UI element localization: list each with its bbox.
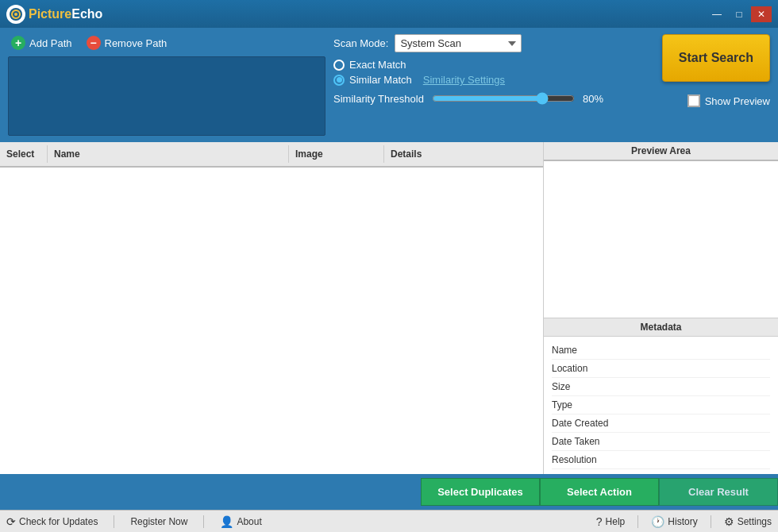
remove-path-button[interactable]: − Remove Path [83, 34, 171, 52]
status-bar: ⟳ Check for Updates Register Now 👤 About… [0, 510, 778, 532]
settings-label: Settings [738, 516, 772, 527]
preview-area-header: Preview Area [544, 142, 778, 161]
content-area: Select Name Image Details Preview Area M… [0, 142, 778, 474]
exact-match-radio[interactable] [333, 60, 345, 71]
logo-icon [6, 5, 25, 24]
svg-point-2 [14, 13, 17, 16]
add-path-button[interactable]: + Add Path [8, 34, 75, 52]
similar-match-radio[interactable] [333, 75, 345, 86]
title-controls: — □ ✕ [707, 6, 772, 22]
preview-image-area [544, 161, 778, 318]
select-action-button[interactable]: Select Action [540, 478, 659, 506]
register-item[interactable]: Register Now [130, 516, 187, 527]
about-label: About [237, 516, 261, 527]
remove-icon: − [87, 36, 101, 50]
paths-section: + Add Path − Remove Path [8, 34, 325, 136]
exact-match-label: Exact Match [349, 59, 406, 71]
close-button[interactable]: ✕ [751, 6, 772, 22]
history-label: History [668, 516, 697, 527]
similar-match-row: Similar Match Similarity Settings [333, 74, 654, 86]
register-label: Register Now [130, 516, 187, 527]
col-header-select: Select [0, 145, 48, 163]
results-pane: Select Name Image Details [0, 142, 544, 474]
metadata-section: Metadata Name Location Size Type Date Cr… [544, 318, 778, 475]
paths-toolbar: + Add Path − Remove Path [8, 34, 325, 52]
status-right: ? Help 🕐 History ⚙ Settings [596, 515, 772, 528]
settings-item[interactable]: ⚙ Settings [724, 515, 772, 528]
maximize-button[interactable]: □ [729, 6, 749, 22]
threshold-label: Similarity Threshold [333, 93, 424, 105]
preview-pane: Preview Area Metadata Name Location Size… [544, 142, 778, 474]
scan-section: Scan Mode: System Scan Folder Scan Custo… [333, 34, 654, 105]
divider-2 [203, 515, 204, 528]
similarity-settings-link[interactable]: Similarity Settings [423, 74, 505, 86]
results-body [0, 168, 543, 474]
about-icon: 👤 [220, 515, 233, 528]
help-icon: ? [596, 515, 603, 528]
paths-list [8, 56, 325, 136]
title-bar: PictureEcho — □ ✕ [0, 0, 778, 28]
metadata-date-created: Date Created [552, 414, 770, 433]
show-preview-label: Show Preview [705, 95, 770, 107]
history-icon: 🕐 [651, 515, 664, 528]
threshold-row: Similarity Threshold 80% [333, 92, 654, 105]
results-header: Select Name Image Details [0, 142, 543, 168]
metadata-header: Metadata [544, 318, 778, 337]
check-updates-icon: ⟳ [6, 515, 16, 528]
app-logo: PictureEcho [6, 5, 102, 24]
similar-match-label: Similar Match [349, 74, 412, 86]
clear-result-button[interactable]: Clear Result [659, 478, 778, 506]
metadata-items: Name Location Size Type Date Created Dat… [544, 337, 778, 474]
match-options: Exact Match Similar Match Similarity Set… [333, 59, 654, 86]
divider-4 [711, 515, 711, 528]
threshold-value: 80% [583, 93, 603, 105]
exact-match-row: Exact Match [333, 59, 654, 71]
metadata-name: Name [552, 341, 770, 360]
start-search-button[interactable]: Start Search [662, 34, 770, 82]
col-header-details: Details [384, 145, 543, 163]
about-item[interactable]: 👤 About [220, 515, 261, 528]
threshold-slider[interactable] [432, 92, 575, 105]
metadata-size: Size [552, 378, 770, 396]
right-actions: Start Search Show Preview [662, 34, 770, 107]
show-preview-row: Show Preview [687, 94, 770, 107]
title-bar-left: PictureEcho [6, 5, 102, 24]
divider-1 [114, 515, 114, 528]
help-item[interactable]: ? Help [596, 515, 625, 528]
help-label: Help [606, 516, 626, 527]
settings-icon: ⚙ [724, 515, 734, 528]
show-preview-checkbox[interactable] [687, 94, 700, 107]
app-title: PictureEcho [29, 7, 102, 21]
metadata-location: Location [552, 360, 770, 378]
col-header-name: Name [48, 145, 289, 163]
check-updates-item[interactable]: ⟳ Check for Updates [6, 515, 98, 528]
check-updates-label: Check for Updates [19, 516, 98, 527]
metadata-resolution: Resolution [552, 451, 770, 469]
metadata-date-taken: Date Taken [552, 433, 770, 451]
select-duplicates-button[interactable]: Select Duplicates [421, 478, 540, 506]
top-panel: + Add Path − Remove Path Scan Mode: Syst… [0, 28, 778, 142]
app-body: + Add Path − Remove Path Scan Mode: Syst… [0, 28, 778, 510]
divider-3 [637, 515, 638, 528]
scan-mode-label: Scan Mode: [333, 37, 388, 49]
history-item[interactable]: 🕐 History [651, 515, 697, 528]
minimize-button[interactable]: — [707, 6, 727, 22]
metadata-type: Type [552, 396, 770, 414]
col-header-image: Image [289, 145, 384, 163]
scan-mode-select[interactable]: System Scan Folder Scan Custom Scan [395, 34, 522, 52]
action-bar: Select Duplicates Select Action Clear Re… [0, 474, 778, 510]
add-icon: + [11, 36, 25, 50]
scan-mode-row: Scan Mode: System Scan Folder Scan Custo… [333, 34, 654, 52]
